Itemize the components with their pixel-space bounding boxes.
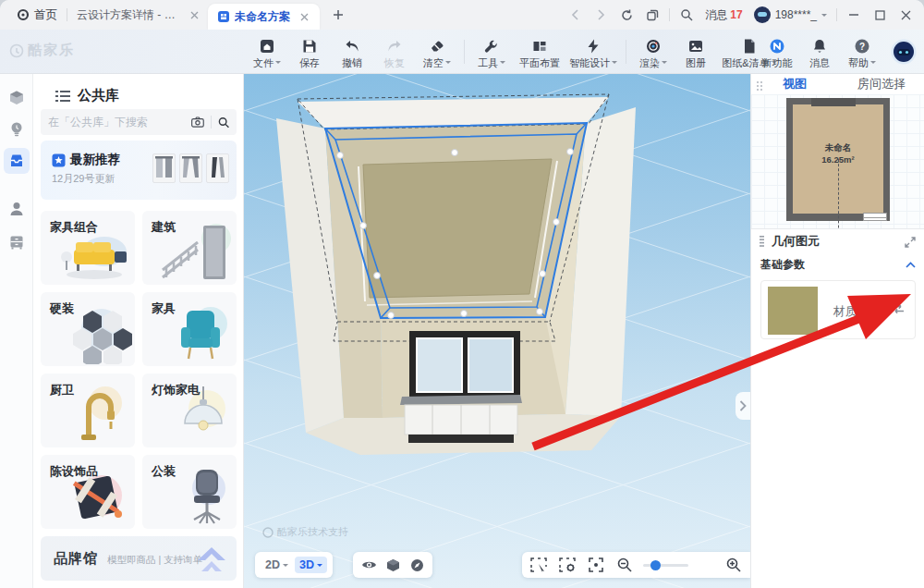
titlebar-separator: [669, 8, 670, 21]
material-swap-button[interactable]: [891, 301, 906, 320]
tab-room-select[interactable]: 房间选择: [838, 76, 924, 92]
brand-hall-banner[interactable]: 品牌馆 模型即商品 | 支持询单: [41, 536, 237, 581]
zoom-in-button[interactable]: [723, 553, 743, 577]
list-menu-icon[interactable]: [55, 90, 70, 103]
search-button[interactable]: [675, 4, 698, 26]
category-furniture[interactable]: 家具: [142, 292, 237, 366]
tab-close-icon[interactable]: [188, 8, 201, 21]
tab-view[interactable]: 视图: [751, 76, 838, 92]
category-hard-decor[interactable]: 硬装: [41, 292, 135, 366]
cabinet-icon: [8, 234, 25, 251]
main-toolbar: 酷家乐 文件 保存 撤销 恢复 清空: [0, 30, 924, 74]
rail-models-button[interactable]: [4, 85, 30, 111]
category-furniture-combo[interactable]: 家具组合: [41, 211, 135, 285]
library-tray-icon: [7, 152, 26, 170]
notifications-button[interactable]: 消息: [798, 34, 841, 70]
tab-background[interactable]: 云设计方案详情 - 酷...: [69, 3, 208, 27]
view-2d-button[interactable]: 2D: [261, 557, 293, 573]
avatar: [754, 6, 771, 23]
chevron-up-icon[interactable]: [906, 262, 916, 268]
camera-search-icon[interactable]: [191, 116, 204, 129]
marquee-select-button[interactable]: [529, 553, 549, 577]
material-swatch[interactable]: [768, 287, 818, 335]
model-display-button[interactable]: [381, 553, 405, 577]
zoom-slider-handle[interactable]: [650, 560, 661, 570]
help-button[interactable]: ? 帮助: [841, 34, 883, 70]
smart-design-button[interactable]: 智能设计: [566, 34, 620, 70]
toolbar-separator: [464, 40, 465, 64]
home-button[interactable]: 首页: [9, 0, 65, 30]
category-architecture[interactable]: 建筑: [142, 211, 237, 285]
tab-active[interactable]: 未命名方案: [208, 4, 320, 30]
tab-active-close-icon[interactable]: [298, 10, 310, 23]
nav-forward-button[interactable]: [590, 4, 612, 26]
focus-icon: [589, 557, 603, 572]
zoom-slider[interactable]: [643, 564, 688, 567]
floorplan-button[interactable]: 平面布置: [513, 34, 566, 70]
latest-recommend-card[interactable]: 最新推荐 12月29号更新: [41, 141, 237, 200]
zoom-out-button[interactable]: [614, 553, 634, 577]
cabinet[interactable]: [400, 395, 522, 443]
home-icon: [17, 8, 30, 21]
eye-icon: [361, 559, 377, 570]
render-camera-icon: [645, 38, 662, 55]
rail-library-button[interactable]: [4, 148, 30, 174]
star-badge-icon: [52, 153, 66, 167]
rail-inspiration-button[interactable]: [4, 116, 30, 142]
file-menu-button[interactable]: 文件: [246, 34, 288, 70]
properties-panel: 视图 房间选择 未命名 16.25m² 几何图元 基础: [750, 74, 924, 588]
section-drag-icon[interactable]: [759, 236, 766, 247]
redo-icon: [386, 38, 403, 55]
room-window[interactable]: [409, 331, 520, 399]
clear-button[interactable]: 清空: [416, 34, 458, 70]
album-button[interactable]: 图册: [675, 34, 717, 70]
account-menu[interactable]: 198****_: [750, 6, 831, 23]
rail-profile-button[interactable]: [4, 196, 30, 222]
view-3d-button[interactable]: 3D: [295, 557, 327, 573]
chevron-right-icon: [739, 400, 747, 411]
close-button[interactable]: [894, 4, 917, 26]
undo-icon: [344, 38, 360, 55]
redo-button[interactable]: 恢复: [373, 34, 416, 70]
chevron-down-icon: [445, 61, 451, 67]
category-commercial[interactable]: 公装: [142, 455, 237, 529]
recommend-thumbnail[interactable]: [206, 153, 229, 183]
nav-back-button[interactable]: [564, 4, 586, 26]
duplicate-button[interactable]: [641, 4, 663, 26]
chevron-down-icon: [821, 14, 827, 19]
undo-button[interactable]: 撤销: [331, 34, 373, 70]
search-icon[interactable]: [218, 116, 229, 129]
search-input[interactable]: [48, 116, 191, 129]
new-features-button[interactable]: 新功能: [756, 34, 798, 70]
save-button[interactable]: 保存: [288, 34, 331, 70]
tools-menu-button[interactable]: 工具: [470, 34, 513, 70]
category-kitchen-bath[interactable]: 厨卫: [41, 374, 135, 447]
maximize-button[interactable]: [869, 4, 891, 26]
assistant-robot-button[interactable]: [889, 37, 918, 67]
floorplan-minimap[interactable]: 未命名 16.25m²: [751, 94, 924, 228]
chevron-down-icon: [283, 564, 288, 570]
panel-collapse-button[interactable]: [736, 392, 750, 420]
compass-button[interactable]: [405, 553, 429, 577]
minimize-button[interactable]: [843, 4, 865, 26]
lightning-icon: [585, 38, 602, 55]
render-button[interactable]: 渲染: [632, 34, 675, 70]
minimap-room-name: 未命名: [786, 142, 890, 154]
messages-indicator[interactable]: 消息 17: [701, 7, 746, 23]
refresh-button[interactable]: [615, 4, 638, 26]
library-search[interactable]: [41, 109, 237, 135]
category-decor[interactable]: 陈设饰品: [41, 455, 135, 529]
viewport-3d[interactable]: 酷家乐技术支持 2D 3D: [244, 74, 750, 588]
visibility-button[interactable]: [357, 553, 381, 577]
scene-3d[interactable]: [244, 74, 750, 588]
recommend-thumbnail[interactable]: [152, 153, 176, 183]
expand-panel-icon[interactable]: [905, 235, 916, 251]
marquee-settings-button[interactable]: [558, 553, 578, 577]
rail-cabinet-button[interactable]: [4, 229, 30, 255]
recommend-thumbnail[interactable]: [179, 153, 202, 183]
category-lighting-appliance[interactable]: 灯饰家电: [142, 374, 237, 447]
new-tab-button[interactable]: [327, 4, 349, 26]
material-row[interactable]: 材质: [760, 280, 916, 339]
focus-selection-button[interactable]: [586, 553, 605, 577]
bell-icon: [811, 38, 828, 55]
